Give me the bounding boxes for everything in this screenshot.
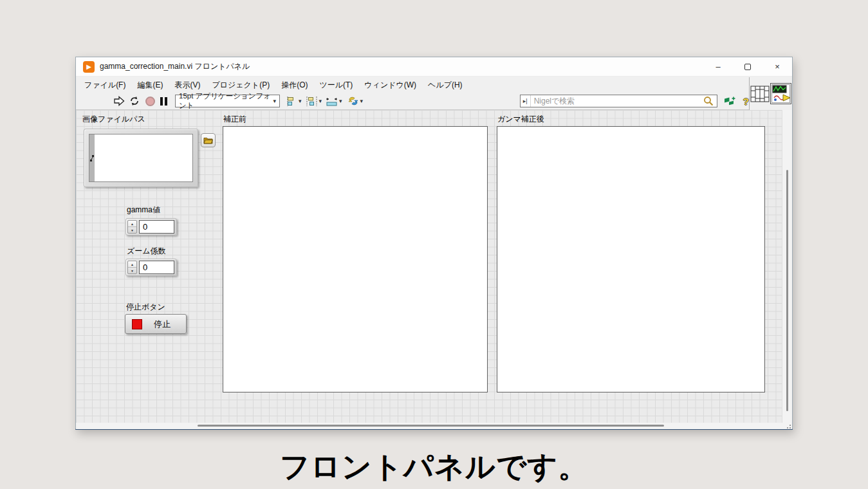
distribute-objects-dropdown[interactable]: ▾ xyxy=(306,97,322,106)
decrement-icon[interactable]: ▼ xyxy=(128,227,136,233)
decrement-icon[interactable]: ▼ xyxy=(128,268,136,273)
chevron-down-icon: ▾ xyxy=(273,98,276,104)
run-arrow-icon xyxy=(113,96,125,106)
front-panel-grid: 画像ファイルパス gamma値 ▲ xyxy=(76,110,782,423)
window-title: gamma_correction_main.vi フロントパネル xyxy=(100,61,250,72)
zoom-factor-control[interactable]: ▲ ▼ 0 xyxy=(125,259,177,276)
increment-icon[interactable]: ▲ xyxy=(128,261,136,268)
gamma-value-field[interactable]: 0 xyxy=(139,220,174,234)
after-image-display[interactable] xyxy=(497,126,765,392)
chevron-down-icon: ▾ xyxy=(319,98,322,104)
menu-project[interactable]: プロジェクト(P) xyxy=(206,78,275,93)
horizontal-scrollbar[interactable] xyxy=(76,423,792,429)
chevron-down-icon: ▾ xyxy=(339,98,342,104)
stop-button[interactable]: 停止 xyxy=(125,314,187,334)
labview-front-panel-window: ▶ gamma_correction_main.vi フロントパネル – × フ… xyxy=(75,57,793,430)
zoom-spinner[interactable]: ▲ ▼ xyxy=(127,261,137,274)
share-green-icon xyxy=(724,97,735,106)
after-image-label: ガンマ補正後 xyxy=(497,114,544,125)
distribute-objects-icon xyxy=(306,97,318,106)
align-objects-dropdown[interactable]: ▾ xyxy=(285,97,302,106)
maximize-icon xyxy=(744,64,751,70)
reorder-objects-dropdown[interactable]: ▾ xyxy=(347,96,364,106)
gamma-spinner[interactable]: ▲ ▼ xyxy=(127,220,137,234)
gamma-label: gamma値 xyxy=(127,205,160,216)
search-input[interactable] xyxy=(531,97,703,106)
folder-icon xyxy=(203,136,213,144)
path-type-strip xyxy=(89,134,95,181)
search-box: ▸| xyxy=(520,95,717,107)
close-icon: × xyxy=(775,62,780,71)
resize-grip[interactable] xyxy=(786,423,791,429)
menu-help[interactable]: ヘルプ(H) xyxy=(422,78,468,93)
pause-button[interactable] xyxy=(160,97,167,106)
run-continuous-icon xyxy=(129,96,140,106)
search-magnifier-icon[interactable] xyxy=(703,96,714,106)
run-continuous-button[interactable] xyxy=(129,96,140,106)
resize-objects-icon xyxy=(326,97,338,106)
vertical-scrollbar[interactable] xyxy=(782,110,792,423)
menu-edit[interactable]: 編集(E) xyxy=(131,78,169,93)
menu-tools[interactable]: ツール(T) xyxy=(313,78,358,93)
search-scope-icon: ▸| xyxy=(523,98,528,104)
share-tool-button[interactable] xyxy=(724,97,735,106)
font-selector-value: 15pt アプリケーションフォント xyxy=(179,91,273,111)
help-icon: ? xyxy=(743,96,749,107)
menu-operate[interactable]: 操作(O) xyxy=(275,78,313,93)
align-objects-icon xyxy=(285,97,297,106)
chevron-down-icon: ▾ xyxy=(360,98,364,104)
vertical-scrollbar-thumb[interactable] xyxy=(786,170,788,411)
title-bar: ▶ gamma_correction_main.vi フロントパネル – × xyxy=(76,57,792,77)
stop-square-icon xyxy=(132,319,142,329)
caption-text: フロントパネルです。 xyxy=(0,447,868,487)
reorder-objects-icon xyxy=(347,96,359,106)
play-glyph-icon: ▶ xyxy=(86,63,91,70)
close-button[interactable]: × xyxy=(762,57,792,77)
before-image-display[interactable] xyxy=(223,126,488,392)
menu-window[interactable]: ウィンドウ(W) xyxy=(358,78,422,93)
zoom-value-field[interactable]: 0 xyxy=(139,261,174,274)
stop-button-text: 停止 xyxy=(142,318,186,330)
resize-objects-dropdown[interactable]: ▾ xyxy=(326,97,342,106)
labview-vi-app-icon: ▶ xyxy=(83,61,95,73)
file-path-control[interactable] xyxy=(84,129,198,187)
path-glyph-icon xyxy=(89,154,95,162)
context-help-button[interactable]: ? xyxy=(743,96,749,107)
stop-button-label: 停止ボタン xyxy=(126,302,165,313)
window-controls: – × xyxy=(703,57,792,77)
toolbar: 15pt アプリケーションフォント ▾ ▾ ▾ xyxy=(76,93,749,110)
horizontal-scrollbar-thumb[interactable] xyxy=(198,425,664,427)
file-path-field[interactable] xyxy=(89,134,193,182)
increment-icon[interactable]: ▲ xyxy=(128,221,136,227)
connector-pane-icon[interactable] xyxy=(750,84,770,104)
file-path-label: 画像ファイルパス xyxy=(82,114,145,125)
pause-icon xyxy=(160,97,167,106)
minimize-button[interactable]: – xyxy=(703,57,733,77)
abort-icon xyxy=(145,97,155,106)
browse-button[interactable] xyxy=(201,133,216,147)
chevron-down-icon: ▾ xyxy=(299,98,302,104)
maximize-button[interactable] xyxy=(733,57,762,77)
before-image-label: 補正前 xyxy=(223,114,246,125)
menu-bar: ファイル(F) 編集(E) 表示(V) プロジェクト(P) 操作(O) ツール(… xyxy=(76,77,749,93)
gamma-control[interactable]: ▲ ▼ 0 xyxy=(125,218,177,235)
zoom-factor-label: ズーム係数 xyxy=(127,246,166,257)
corner-icon-area xyxy=(749,77,792,110)
vi-icon[interactable] xyxy=(770,83,791,104)
font-selector[interactable]: 15pt アプリケーションフォント ▾ xyxy=(175,95,280,107)
abort-button[interactable] xyxy=(145,97,155,106)
menu-view[interactable]: 表示(V) xyxy=(169,78,206,93)
minimize-icon: – xyxy=(716,62,720,71)
menu-file[interactable]: ファイル(F) xyxy=(78,78,131,93)
search-scope-button[interactable]: ▸| xyxy=(521,95,531,107)
run-button[interactable] xyxy=(113,96,125,106)
file-path-value[interactable] xyxy=(95,134,192,181)
